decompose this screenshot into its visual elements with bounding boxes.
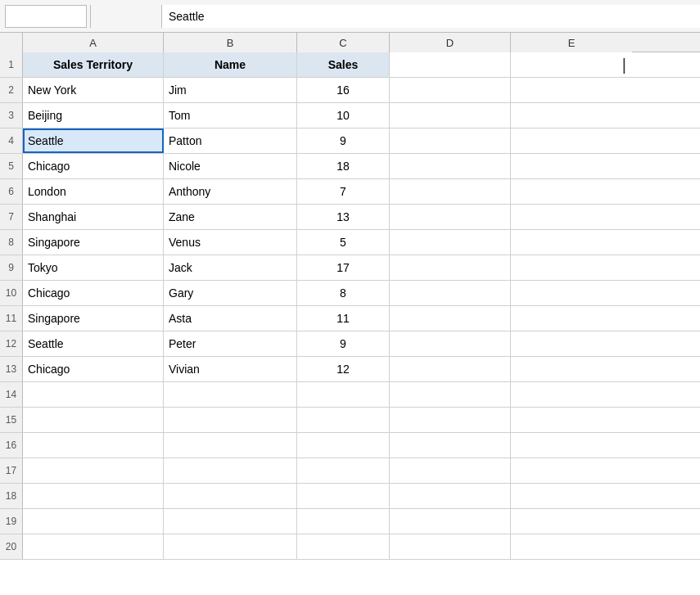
cell-12-A[interactable]: Seattle bbox=[23, 331, 164, 356]
cell-6-B[interactable]: Anthony bbox=[164, 179, 297, 204]
cell-3-D[interactable] bbox=[390, 103, 511, 128]
cell-20-A[interactable] bbox=[23, 534, 164, 559]
cell-14-A[interactable] bbox=[23, 382, 164, 407]
cell-13-C[interactable]: 12 bbox=[297, 357, 390, 381]
cell-15-C[interactable] bbox=[297, 408, 390, 432]
cell-18-A[interactable] bbox=[23, 484, 164, 508]
cell-17-E[interactable] bbox=[511, 458, 632, 483]
cell-15-E[interactable] bbox=[511, 408, 632, 432]
cell-5-A[interactable]: Chicago bbox=[23, 154, 164, 178]
cell-9-E[interactable] bbox=[511, 255, 632, 280]
cell-16-A[interactable] bbox=[23, 433, 164, 458]
cell-12-E[interactable] bbox=[511, 331, 632, 356]
cell-18-E[interactable] bbox=[511, 484, 632, 508]
cell-7-D[interactable] bbox=[390, 205, 511, 229]
cell-5-C[interactable]: 18 bbox=[297, 154, 390, 178]
cell-19-E[interactable] bbox=[511, 509, 632, 534]
cell-3-C[interactable]: 10 bbox=[297, 103, 390, 128]
cell-19-A[interactable] bbox=[23, 509, 164, 534]
cell-20-C[interactable] bbox=[297, 534, 390, 559]
cell-14-E[interactable] bbox=[511, 382, 632, 407]
cell-8-A[interactable]: Singapore bbox=[23, 230, 164, 255]
cell-11-A[interactable]: Singapore bbox=[23, 306, 164, 331]
cell-5-D[interactable] bbox=[390, 154, 511, 178]
cell-8-E[interactable] bbox=[511, 230, 632, 255]
cell-12-B[interactable]: Peter bbox=[164, 331, 297, 356]
cell-9-D[interactable] bbox=[390, 255, 511, 280]
cell-13-D[interactable] bbox=[390, 357, 511, 381]
cell-3-A[interactable]: Beijing bbox=[23, 103, 164, 128]
cell-reference-box[interactable] bbox=[5, 5, 87, 28]
cell-17-D[interactable] bbox=[390, 458, 511, 483]
cell-5-B[interactable]: Nicole bbox=[164, 154, 297, 178]
cell-1-A[interactable]: Sales Territory bbox=[23, 52, 164, 77]
cell-16-C[interactable] bbox=[297, 433, 390, 458]
cell-2-B[interactable]: Jim bbox=[164, 78, 297, 102]
cell-16-B[interactable] bbox=[164, 433, 297, 458]
cell-8-D[interactable] bbox=[390, 230, 511, 255]
cell-3-B[interactable]: Tom bbox=[164, 103, 297, 128]
cell-8-C[interactable]: 5 bbox=[297, 230, 390, 255]
cell-9-A[interactable]: Tokyo bbox=[23, 255, 164, 280]
cell-4-A[interactable]: Seattle bbox=[23, 128, 164, 153]
cell-3-E[interactable] bbox=[511, 103, 632, 128]
cell-2-A[interactable]: New York bbox=[23, 78, 164, 102]
cell-14-B[interactable] bbox=[164, 382, 297, 407]
col-header-E[interactable]: E bbox=[511, 33, 632, 52]
cell-17-C[interactable] bbox=[297, 458, 390, 483]
fx-icon[interactable] bbox=[140, 7, 158, 25]
cell-7-A[interactable]: Shanghai bbox=[23, 205, 164, 229]
col-header-B[interactable]: B bbox=[164, 33, 297, 52]
cell-17-A[interactable] bbox=[23, 458, 164, 483]
formula-input[interactable] bbox=[161, 5, 700, 28]
cell-7-E[interactable] bbox=[511, 205, 632, 229]
col-header-A[interactable]: A bbox=[23, 33, 164, 52]
cell-8-B[interactable]: Venus bbox=[164, 230, 297, 255]
cell-11-B[interactable]: Asta bbox=[164, 306, 297, 331]
cell-11-D[interactable] bbox=[390, 306, 511, 331]
cell-1-B[interactable]: Name bbox=[164, 52, 297, 77]
cell-6-E[interactable] bbox=[511, 179, 632, 204]
cell-20-B[interactable] bbox=[164, 534, 297, 559]
cell-1-E[interactable] bbox=[511, 52, 632, 77]
cell-11-E[interactable] bbox=[511, 306, 632, 331]
cell-10-A[interactable]: Chicago bbox=[23, 281, 164, 305]
cell-9-B[interactable]: Jack bbox=[164, 255, 297, 280]
cell-1-C[interactable]: Sales bbox=[297, 52, 390, 77]
cell-16-E[interactable] bbox=[511, 433, 632, 458]
cell-7-C[interactable]: 13 bbox=[297, 205, 390, 229]
cell-18-C[interactable] bbox=[297, 484, 390, 508]
cell-11-C[interactable]: 11 bbox=[297, 306, 390, 331]
cell-12-D[interactable] bbox=[390, 331, 511, 356]
cell-10-C[interactable]: 8 bbox=[297, 281, 390, 305]
cell-15-B[interactable] bbox=[164, 408, 297, 432]
cell-5-E[interactable] bbox=[511, 154, 632, 178]
corner-cell[interactable] bbox=[0, 33, 23, 52]
cell-15-A[interactable] bbox=[23, 408, 164, 432]
cell-19-C[interactable] bbox=[297, 509, 390, 534]
cell-4-B[interactable]: Patton bbox=[164, 128, 297, 153]
cell-13-A[interactable]: Chicago bbox=[23, 357, 164, 381]
cell-4-E[interactable] bbox=[511, 128, 632, 153]
cell-4-C[interactable]: 9 bbox=[297, 128, 390, 153]
cell-2-D[interactable] bbox=[390, 78, 511, 102]
cell-15-D[interactable] bbox=[390, 408, 511, 432]
cell-13-E[interactable] bbox=[511, 357, 632, 381]
cell-6-D[interactable] bbox=[390, 179, 511, 204]
cell-10-B[interactable]: Gary bbox=[164, 281, 297, 305]
cell-2-E[interactable] bbox=[511, 78, 632, 102]
cancel-icon[interactable] bbox=[97, 7, 115, 25]
cell-19-D[interactable] bbox=[390, 509, 511, 534]
cell-19-B[interactable] bbox=[164, 509, 297, 534]
cell-2-C[interactable]: 16 bbox=[297, 78, 390, 102]
confirm-icon[interactable] bbox=[119, 7, 137, 25]
col-header-C[interactable]: C bbox=[297, 33, 390, 52]
cell-14-D[interactable] bbox=[390, 382, 511, 407]
cell-12-C[interactable]: 9 bbox=[297, 331, 390, 356]
cell-14-C[interactable] bbox=[297, 382, 390, 407]
cell-20-D[interactable] bbox=[390, 534, 511, 559]
cell-13-B[interactable]: Vivian bbox=[164, 357, 297, 381]
cell-17-B[interactable] bbox=[164, 458, 297, 483]
cell-10-D[interactable] bbox=[390, 281, 511, 305]
cell-10-E[interactable] bbox=[511, 281, 632, 305]
